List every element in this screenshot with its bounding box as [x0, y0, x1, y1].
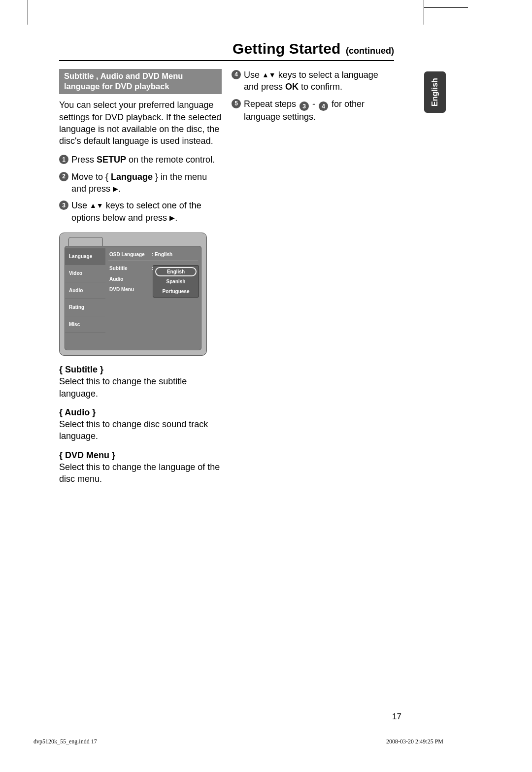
osd-sidebar-item: Misc	[65, 316, 105, 334]
page-number: 17	[392, 712, 401, 722]
osd-sidebar-item: Audio	[65, 282, 105, 300]
step-badge: 3	[59, 201, 68, 210]
option-label: { Subtitle }	[59, 364, 222, 375]
osd-divider	[108, 261, 198, 261]
section-heading-line1: Subtitle , Audio and DVD Menu	[64, 71, 217, 81]
step-body: Use ▲▼ keys to select a language and pre…	[244, 69, 394, 93]
options-block: { Subtitle } Select this to change the s…	[59, 364, 222, 485]
osd-main: OSD Language English Subtitle Auto Audio…	[105, 246, 201, 350]
osd-tab-top	[68, 237, 103, 246]
osd-dropdown-item: Portuguese	[153, 287, 199, 297]
crop-mark	[28, 0, 28, 25]
osd-sidebar-item: Video	[65, 265, 105, 282]
crop-mark	[424, 0, 424, 25]
step-body: Repeat steps 3 - 4 for other language se…	[244, 98, 394, 123]
osd-sidebar-item: Rating	[65, 299, 105, 316]
manual-page: Getting Started (continued) English Subt…	[0, 0, 532, 772]
step-badge-inline: 4	[319, 101, 328, 111]
up-down-icon: ▲▼	[262, 70, 276, 80]
step-4: 4 Use ▲▼ keys to select a language and p…	[232, 69, 394, 93]
step-body: Move to { Language } in the menu and pre…	[71, 171, 222, 195]
play-icon: ▶	[113, 184, 118, 194]
option-desc: Select this to change the subtitle langu…	[59, 375, 222, 400]
page-title: Getting Started	[233, 40, 341, 57]
language-tab: English	[424, 71, 446, 113]
osd-dropdown: English Spanish Portuguese	[153, 265, 199, 298]
option-label: { Audio }	[59, 406, 222, 418]
section-heading-line2: language for DVD playback	[64, 81, 217, 92]
page-title-block: Getting Started (continued)	[59, 40, 394, 61]
step-1: 1 Press SETUP on the remote control.	[59, 154, 222, 166]
step-3: 3 Use ▲▼ keys to select one of the optio…	[59, 200, 222, 224]
crop-mark	[424, 7, 468, 8]
osd-inner: Language Video Audio Rating Misc OSD Lan…	[65, 246, 201, 350]
step-5: 5 Repeat steps 3 - 4 for other language …	[232, 98, 394, 123]
step-badge: 2	[59, 172, 68, 181]
option-label: { DVD Menu }	[59, 449, 222, 461]
osd-dropdown-item: Spanish	[153, 277, 199, 287]
footer-timestamp: 2008-03-20 2:49:25 PM	[386, 738, 443, 745]
osd-screenshot: Language Video Audio Rating Misc OSD Lan…	[59, 233, 207, 356]
osd-sidebar: Language Video Audio Rating Misc	[65, 246, 105, 350]
step-2: 2 Move to { Language } in the menu and p…	[59, 171, 222, 195]
step-badge: 1	[59, 155, 68, 164]
osd-sidebar-item: Language	[65, 248, 105, 266]
section-heading: Subtitle , Audio and DVD Menu language f…	[59, 69, 222, 94]
step-badge: 4	[232, 70, 241, 79]
intro-paragraph: You can select your preferred language s…	[59, 99, 222, 147]
step-badge: 5	[232, 99, 241, 108]
left-column: Subtitle , Audio and DVD Menu language f…	[59, 69, 222, 492]
option-desc: Select this to change the language of th…	[59, 461, 222, 485]
step-body: Use ▲▼ keys to select one of the options…	[71, 200, 222, 224]
osd-dropdown-item: English	[155, 267, 197, 277]
play-icon: ▶	[169, 213, 175, 223]
step-badge-inline: 3	[299, 101, 309, 111]
page-title-continued: (continued)	[346, 46, 394, 56]
step-body: Press SETUP on the remote control.	[71, 154, 222, 166]
up-down-icon: ▲▼	[90, 201, 103, 210]
option-desc: Select this to change disc sound track l…	[59, 418, 222, 442]
right-column: 4 Use ▲▼ keys to select a language and p…	[232, 69, 394, 128]
language-tab-label: English	[431, 78, 439, 106]
footer-file: dvp5120k_55_eng.indd 17	[33, 738, 97, 745]
osd-row: OSD Language English	[108, 249, 198, 260]
